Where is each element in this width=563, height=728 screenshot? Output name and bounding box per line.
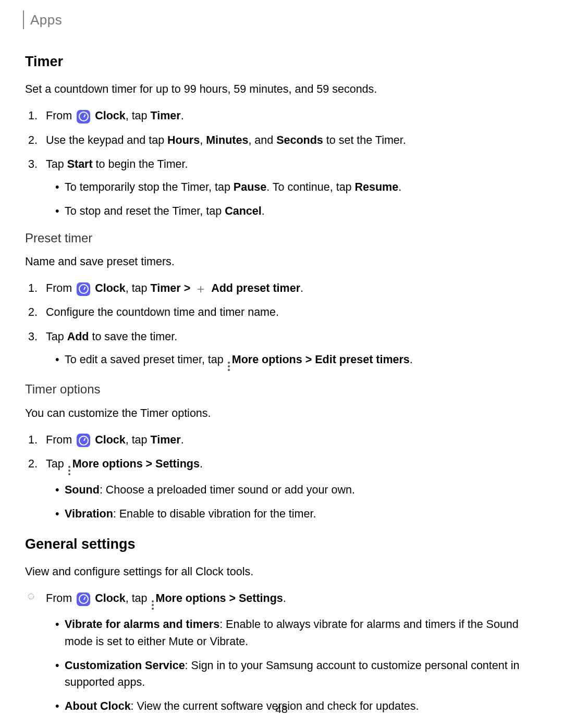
preset-step-1: 1. From Clock, tap Timer > ＋ Add preset … [46, 280, 538, 297]
preset-step-2: 2.Configure the countdown time and timer… [46, 304, 538, 320]
options-step-1: 1. From Clock, tap Timer. [46, 431, 538, 448]
timer-step-1: 1. From Clock, tap Timer. [46, 107, 538, 124]
timer-steps: 1. From Clock, tap Timer. 2. Use the key… [25, 107, 538, 219]
preset-steps: 1. From Clock, tap Timer > ＋ Add preset … [25, 280, 538, 371]
timer-step-2: 2. Use the keypad and tap Hours, Minutes… [46, 132, 538, 149]
clock-icon [77, 282, 90, 296]
clock-icon [77, 434, 90, 447]
options-sub-sound: Sound: Choose a preloaded timer sound or… [65, 482, 538, 498]
options-heading: Timer options [25, 380, 538, 398]
preset-substeps: To edit a saved preset timer, tap More o… [46, 351, 538, 371]
timer-intro: Set a countdown timer for up to 99 hours… [25, 81, 538, 97]
more-options-icon [68, 466, 70, 475]
timer-sub-cancel: To stop and reset the Timer, tap Cancel. [65, 203, 538, 219]
options-substeps: Sound: Choose a preloaded timer sound or… [46, 482, 538, 523]
general-intro: View and configure settings for all Cloc… [25, 564, 538, 579]
clock-icon [77, 593, 90, 606]
timer-substeps: To temporarily stop the Timer, tap Pause… [46, 179, 538, 220]
header-bar: Apps [23, 10, 538, 29]
general-steps: From Clock, tap More options > Settings.… [25, 590, 538, 714]
timer-sub-pause: To temporarily stop the Timer, tap Pause… [65, 179, 538, 195]
preset-heading: Preset timer [25, 229, 538, 247]
circle-bullet-icon [28, 594, 34, 599]
more-options-icon [152, 600, 154, 610]
breadcrumb: Apps [30, 10, 538, 29]
timer-step-3: 3. Tap Start to begin the Timer. To temp… [46, 156, 538, 220]
general-step-1: From Clock, tap More options > Settings.… [46, 590, 538, 714]
general-sub-vibrate: Vibrate for alarms and timers: Enable to… [65, 616, 538, 650]
timer-heading: Timer [25, 52, 538, 72]
preset-intro: Name and save preset timers. [25, 254, 538, 269]
page-number: 48 [0, 701, 563, 717]
options-steps: 1. From Clock, tap Timer. 2. Tap More op… [25, 431, 538, 523]
preset-sub-edit: To edit a saved preset timer, tap More o… [65, 351, 538, 371]
general-heading: General settings [25, 535, 538, 554]
options-intro: You can customize the Timer options. [25, 405, 538, 421]
clock-icon [77, 110, 90, 124]
general-sub-customization: Customization Service: Sign in to your S… [65, 657, 538, 691]
general-substeps: Vibrate for alarms and timers: Enable to… [46, 616, 538, 714]
plus-icon: ＋ [194, 282, 207, 295]
more-options-icon [228, 362, 230, 371]
options-sub-vibration: Vibration: Enable to disable vibration f… [65, 505, 538, 522]
preset-step-3: 3. Tap Add to save the timer. To edit a … [46, 328, 538, 371]
options-step-2: 2. Tap More options > Settings. Sound: C… [46, 455, 538, 523]
